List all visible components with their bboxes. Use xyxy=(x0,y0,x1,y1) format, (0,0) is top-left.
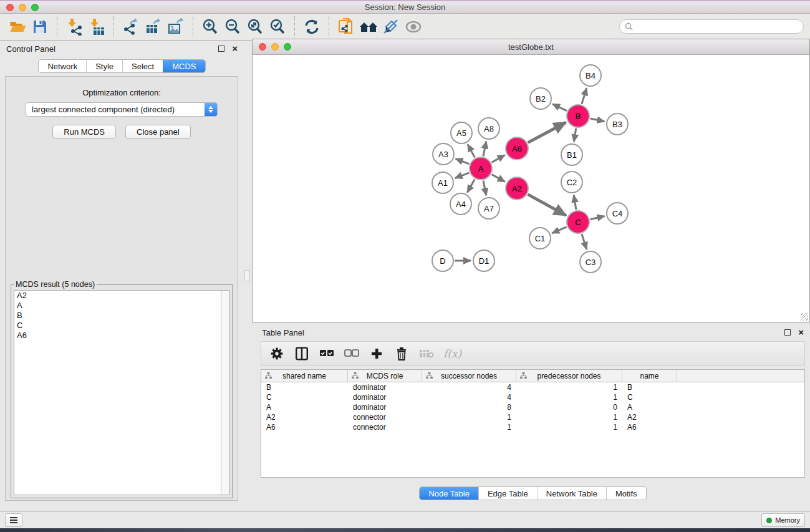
network-canvas[interactable]: B4B2BB3A5A8A6A3AB1A1A2C2A4A7C4CC1DD1C3 xyxy=(253,56,809,322)
panel-splitter-handle[interactable] xyxy=(244,270,250,281)
graph-node-A3[interactable]: A3 xyxy=(432,143,455,165)
export-image-button[interactable] xyxy=(165,16,187,38)
edge-B-B4[interactable] xyxy=(582,88,587,104)
node-table[interactable]: shared nameMCDS rolesuccessor nodesprede… xyxy=(261,369,805,478)
tab-node-table[interactable]: Node Table xyxy=(420,487,478,500)
memory-button[interactable]: Memory xyxy=(761,513,805,527)
cell-MCDS-role[interactable]: dominator xyxy=(348,403,422,412)
result-item[interactable]: A6 xyxy=(14,331,229,341)
column-header-MCDS-role[interactable]: MCDS role xyxy=(348,370,422,382)
table-row[interactable]: Adominator80A xyxy=(261,402,804,412)
graph-node-A6[interactable]: A6 xyxy=(505,137,529,160)
graph-node-C[interactable]: C xyxy=(566,210,590,234)
graph-node-C2[interactable]: C2 xyxy=(561,171,583,193)
save-session-button[interactable] xyxy=(29,16,51,38)
tab-select[interactable]: Select xyxy=(122,60,163,72)
criterion-dropdown[interactable]: largest connected component (directed) xyxy=(26,102,218,117)
column-header-predecessor-nodes[interactable]: predecessor nodes xyxy=(516,370,622,382)
delete-table-button[interactable] xyxy=(418,346,435,362)
cell-name[interactable]: C xyxy=(622,393,677,402)
cell-shared-name[interactable]: A2 xyxy=(261,413,348,422)
toggle-panel-layout-button[interactable] xyxy=(294,346,310,362)
edge-B-B3[interactable] xyxy=(591,118,605,122)
search-field[interactable] xyxy=(619,19,804,34)
zoom-out-button[interactable] xyxy=(221,16,244,38)
graph-node-A1[interactable]: A1 xyxy=(432,172,454,194)
cell-name[interactable]: A xyxy=(622,403,677,412)
hide-graphics-button[interactable] xyxy=(380,16,402,38)
tab-network[interactable]: Network xyxy=(39,60,86,72)
edge-C-C4[interactable] xyxy=(591,216,605,220)
cell-predecessor-nodes[interactable]: 1 xyxy=(516,413,622,422)
zoom-fit-button[interactable] xyxy=(244,16,266,38)
tab-edge-table[interactable]: Edge Table xyxy=(478,487,537,500)
result-item[interactable]: A xyxy=(14,301,229,311)
table-close-icon[interactable]: × xyxy=(798,329,804,336)
table-row[interactable]: A6connector11A6 xyxy=(261,422,804,432)
graph-node-C3[interactable]: C3 xyxy=(579,251,602,273)
export-network-button[interactable] xyxy=(120,16,142,38)
apply-layout-button[interactable] xyxy=(301,16,323,38)
cell-successor-nodes[interactable]: 1 xyxy=(422,423,516,432)
column-header-name[interactable]: name xyxy=(622,370,677,382)
column-settings-button[interactable] xyxy=(269,346,285,362)
graph-node-A2[interactable]: A2 xyxy=(505,177,529,200)
graph-node-B4[interactable]: B4 xyxy=(579,64,602,87)
cell-MCDS-role[interactable]: dominator xyxy=(348,383,422,392)
cell-MCDS-role[interactable]: connector xyxy=(348,423,422,432)
cell-name[interactable]: B xyxy=(622,383,677,392)
cell-MCDS-role[interactable]: connector xyxy=(348,413,422,422)
tab-style[interactable]: Style xyxy=(86,60,122,72)
delete-column-button[interactable] xyxy=(393,346,410,362)
edge-A-A8[interactable] xyxy=(483,142,486,157)
close-panel-icon[interactable]: × xyxy=(232,46,238,52)
graph-node-B1[interactable]: B1 xyxy=(561,143,583,166)
result-scrollbar[interactable] xyxy=(221,291,229,495)
cell-successor-nodes[interactable]: 8 xyxy=(422,403,516,412)
graph-node-A8[interactable]: A8 xyxy=(478,117,500,140)
close-panel-button[interactable]: Close panel xyxy=(125,125,191,139)
home-button[interactable] xyxy=(357,16,380,38)
column-header-successor-nodes[interactable]: successor nodes xyxy=(422,370,516,382)
cell-successor-nodes[interactable]: 4 xyxy=(422,383,516,392)
result-item[interactable]: B xyxy=(14,311,229,321)
cell-predecessor-nodes[interactable]: 1 xyxy=(516,383,622,392)
task-history-button[interactable] xyxy=(5,513,22,527)
edge-A-A4[interactable] xyxy=(467,179,475,192)
table-float-icon[interactable] xyxy=(784,329,791,336)
show-graphics-button[interactable] xyxy=(402,16,425,38)
cell-shared-name[interactable]: C xyxy=(261,393,348,402)
cell-predecessor-nodes[interactable]: 1 xyxy=(516,393,622,402)
cell-name[interactable]: A6 xyxy=(622,423,677,432)
edge-A-A1[interactable] xyxy=(455,173,470,178)
run-mcds-button[interactable]: Run MCDS xyxy=(52,125,116,139)
cell-predecessor-nodes[interactable]: 0 xyxy=(516,403,622,412)
cell-name[interactable]: A2 xyxy=(622,413,677,422)
column-header-shared-name[interactable]: shared name xyxy=(261,370,348,382)
new-network-from-selection-button[interactable] xyxy=(335,16,357,38)
table-row[interactable]: Cdominator41C xyxy=(261,392,804,402)
import-table-button[interactable] xyxy=(85,16,108,38)
import-network-button[interactable] xyxy=(63,16,85,38)
add-column-button[interactable] xyxy=(369,346,385,362)
edge-A-A7[interactable] xyxy=(483,181,486,196)
graph-node-A[interactable]: A xyxy=(469,157,493,180)
deselect-all-button[interactable] xyxy=(344,346,360,362)
result-item[interactable]: C xyxy=(14,321,229,331)
edge-B-B2[interactable] xyxy=(552,104,567,111)
export-table-button[interactable] xyxy=(142,16,165,38)
cell-shared-name[interactable]: A xyxy=(261,403,348,412)
edge-C-C2[interactable] xyxy=(574,195,576,210)
open-session-button[interactable] xyxy=(6,16,29,38)
table-row[interactable]: A2connector11A2 xyxy=(261,412,804,422)
table-row[interactable]: Bdominator41B xyxy=(261,382,804,392)
edge-A6-B[interactable] xyxy=(528,122,566,142)
cell-successor-nodes[interactable]: 1 xyxy=(422,413,516,422)
graph-node-B2[interactable]: B2 xyxy=(529,87,552,110)
cell-successor-nodes[interactable]: 4 xyxy=(422,393,516,402)
cell-shared-name[interactable]: B xyxy=(261,383,348,392)
search-input[interactable] xyxy=(636,22,803,31)
edge-A-A5[interactable] xyxy=(468,144,475,157)
function-builder-button[interactable]: f(x) xyxy=(443,347,461,360)
graph-node-A5[interactable]: A5 xyxy=(450,122,473,144)
